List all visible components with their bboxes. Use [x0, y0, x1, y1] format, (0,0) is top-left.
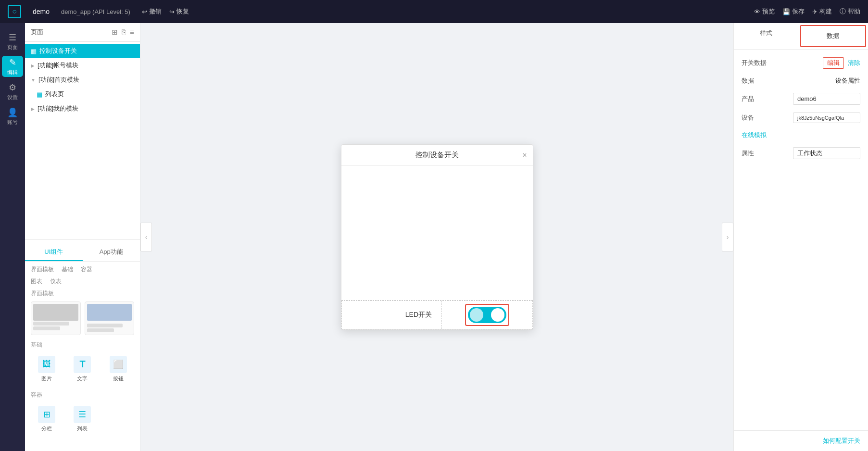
comp-label-text: 文字 [77, 375, 88, 382]
comp-label-list: 列表 [77, 425, 88, 432]
tree-item-home[interactable]: ▼ [功能]首页模块 [25, 73, 140, 87]
pages-icon: ☰ [9, 32, 16, 43]
save-button[interactable]: 💾 保存 [782, 7, 805, 16]
nav-item-settings[interactable]: ⚙ 设置 [2, 81, 23, 102]
tab-data[interactable]: 数据 [800, 25, 867, 47]
tree-item-label-my: [功能]我的模块 [38, 104, 78, 113]
preview-icon: 👁 [754, 8, 760, 15]
sidebar-header: 页面 ⊞ ⎘ ≡ [25, 23, 140, 42]
switch-data-actions: 编辑 清除 [823, 57, 860, 69]
comp-item-split[interactable]: ⊞ 分栏 [31, 403, 63, 435]
undo-button[interactable]: ↩ 撤销 [142, 7, 162, 16]
tree-item-my[interactable]: ▶ [功能]我的模块 [25, 101, 140, 116]
tab-app[interactable]: App功能 [83, 244, 140, 261]
modal-data-row: LED开关 [341, 301, 533, 329]
comp-subcat-labels: 图表 仪表 [31, 277, 134, 286]
cat-basic[interactable]: 基础 [62, 265, 73, 274]
nav-item-pages[interactable]: ☰ 页面 [2, 31, 23, 52]
tree-item-label-home: [功能]首页模块 [38, 75, 79, 84]
modal-window: 控制设备开关 × LED开关 [341, 144, 533, 330]
sidebar-header-icons: ⊞ ⎘ ≡ [112, 28, 134, 37]
tree-item-control[interactable]: ▦ 控制设备开关 [25, 44, 140, 58]
sidebar-divider [25, 239, 140, 240]
comp-item-text[interactable]: T 文字 [66, 353, 98, 385]
right-panel-body: 开关数据 编辑 清除 数据 设备属性 产品 设备 在线模拟 [734, 50, 868, 430]
account-icon: 👤 [7, 107, 18, 118]
build-button[interactable]: ✈ 构建 [812, 7, 832, 16]
property-label: 属性 [742, 149, 754, 158]
led-label: LED开关 [405, 311, 432, 319]
cat-gauge[interactable]: 仪表 [50, 277, 62, 286]
right-panel-tabs: 样式 数据 [734, 23, 868, 50]
help-icon: ⓘ [840, 7, 846, 16]
page-tree: ▦ 控制设备开关 ▶ [功能]帐号模块 ▼ [功能]首页模块 ▦ 列表页 ▶ [… [25, 42, 140, 236]
tab-ui[interactable]: UI组件 [25, 244, 83, 261]
online-sim-row: 在线模拟 [742, 131, 860, 139]
online-sim-link[interactable]: 在线模拟 [742, 131, 767, 139]
split-icon: ⊞ [38, 406, 55, 423]
tab-style[interactable]: 样式 [734, 23, 798, 49]
nav-item-account[interactable]: 👤 账号 [2, 106, 23, 127]
data-label: 数据 [742, 76, 754, 85]
arrow-home: ▼ [31, 77, 36, 83]
arrow-account: ▶ [31, 63, 35, 68]
main-layout: ☰ 页面 ✎ 编辑 ⚙ 设置 👤 账号 页面 ⊞ ⎘ ≡ ▦ [0, 23, 868, 451]
help-button[interactable]: ⓘ 帮助 [840, 7, 860, 16]
section-title-container: 容器 [31, 391, 134, 399]
right-panel-footer: 如何配置开关 [734, 430, 868, 451]
page-icon-control: ▦ [31, 48, 37, 55]
redo-button[interactable]: ↪ 恢复 [169, 7, 189, 16]
component-tabs: UI组件 App功能 [25, 244, 140, 262]
modal-row-value [442, 304, 532, 326]
comp-section: 界面模板 基础 容器 图表 仪表 界面模板 [25, 262, 140, 445]
nav-label-settings: 设置 [7, 94, 18, 101]
preview-button[interactable]: 👁 预览 [754, 7, 775, 16]
product-label: 产品 [742, 95, 754, 103]
template-item-2[interactable] [85, 301, 135, 335]
edit-button[interactable]: 编辑 [823, 57, 844, 69]
comp-label-split: 分栏 [41, 425, 52, 432]
modal-empty-area [341, 166, 533, 301]
data-row: 数据 设备属性 [742, 76, 860, 85]
modal-close-button[interactable]: × [522, 151, 527, 160]
copy-page-icon[interactable]: ⎘ [122, 28, 126, 37]
delete-button[interactable]: 清除 [848, 57, 860, 69]
sidebar-components: 界面模板 基础 容器 图表 仪表 界面模板 [25, 262, 140, 451]
edit-icon: ✎ [9, 57, 16, 68]
arrow-my: ▶ [31, 106, 35, 112]
left-nav: ☰ 页面 ✎ 编辑 ⚙ 设置 👤 账号 [0, 23, 25, 451]
cat-container[interactable]: 容器 [81, 265, 92, 274]
topbar: ○ demo demo_app (API Level: 5) ↩ 撤销 ↪ 恢复… [0, 0, 868, 23]
cat-chart[interactable]: 图表 [31, 277, 42, 286]
switch-data-label: 开关数据 [742, 59, 767, 67]
toggle-knob-left [470, 308, 483, 322]
property-row: 属性 [742, 147, 860, 159]
comp-item-list[interactable]: ☰ 列表 [66, 403, 98, 435]
build-icon: ✈ [812, 8, 818, 15]
page-icon-list: ▦ [37, 91, 42, 98]
nav-label-edit: 编辑 [7, 69, 18, 76]
menu-icon[interactable]: ≡ [130, 28, 134, 37]
add-page-icon[interactable]: ⊞ [112, 28, 118, 37]
section-title-template: 界面模板 [31, 289, 134, 298]
undo-icon: ↩ [142, 8, 147, 15]
cat-template[interactable]: 界面模板 [31, 265, 54, 274]
right-panel: 样式 数据 开关数据 编辑 清除 数据 设备属性 产品 设备 [733, 23, 868, 451]
tree-item-label-control: 控制设备开关 [39, 47, 77, 55]
tree-item-label-list: 列表页 [45, 90, 64, 99]
product-row: 产品 [742, 93, 860, 105]
tree-item-list[interactable]: ▦ 列表页 [25, 87, 140, 101]
config-help-link[interactable]: 如何配置开关 [823, 437, 860, 444]
switch-data-row: 开关数据 编辑 清除 [742, 57, 860, 69]
tree-item-account[interactable]: ▶ [功能]帐号模块 [25, 58, 140, 73]
nav-item-edit[interactable]: ✎ 编辑 [2, 56, 23, 77]
comp-item-image[interactable]: 🖼 图片 [31, 353, 63, 385]
device-input[interactable] [793, 113, 860, 123]
product-input[interactable] [793, 93, 860, 105]
undo-redo-group: ↩ 撤销 ↪ 恢复 [142, 7, 189, 16]
property-input[interactable] [793, 147, 860, 159]
comp-item-button[interactable]: ⬜ 按钮 [102, 353, 134, 385]
toggle-switch[interactable] [468, 307, 506, 323]
image-icon: 🖼 [38, 356, 55, 373]
template-item-1[interactable] [31, 301, 81, 335]
